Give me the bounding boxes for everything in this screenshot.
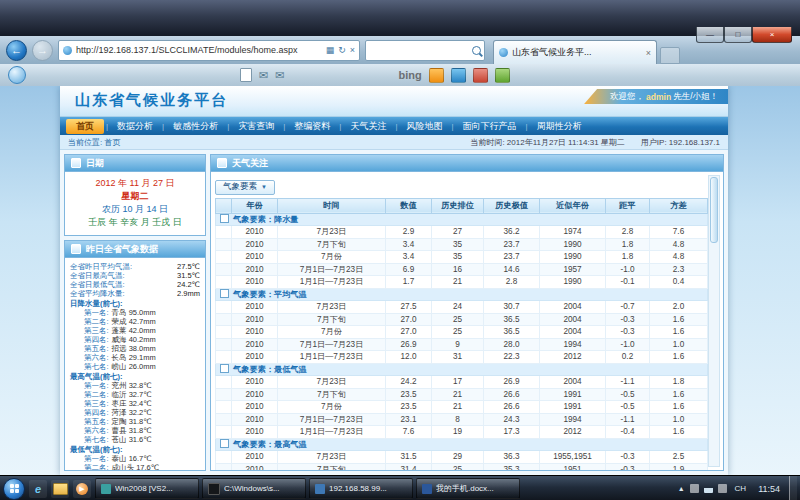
table-cell — [216, 301, 232, 314]
column-header[interactable]: 数值 — [386, 198, 432, 213]
taskbar-button-2[interactable]: 192.168.58.99... — [309, 478, 413, 499]
table-row[interactable]: 20107月23日27.52430.72004-0.72.0 — [216, 301, 708, 314]
explorer-icon[interactable] — [51, 480, 69, 498]
stop-icon[interactable]: × — [350, 45, 355, 55]
table-row[interactable]: 20101月1日—7月23日7.61917.32012-0.41.6 — [216, 426, 708, 439]
minimize-button[interactable]: — — [696, 27, 724, 43]
url-text[interactable]: http://192.168.137.1/SLCCLIMATE/modules/… — [76, 45, 322, 55]
table-row[interactable]: 20107月1日—7月23日6.91614.61957-1.02.3 — [216, 263, 708, 276]
menu-item-5[interactable]: 天气关注 — [341, 120, 395, 133]
toolbar-app-icon-4[interactable] — [495, 68, 510, 83]
table-cell: 7月份 — [278, 401, 386, 414]
system-tray: ▲ CH 11:54 — [678, 476, 797, 500]
table-cell: 36.5 — [484, 313, 540, 326]
show-desktop-button[interactable] — [789, 476, 797, 500]
table-section-row[interactable]: 气象要素：最高气温 — [216, 438, 708, 451]
menu-item-4[interactable]: 整编资料 — [285, 120, 339, 133]
table-cell: 1957 — [540, 263, 606, 276]
mail-icon-2[interactable]: ✉ — [275, 69, 284, 82]
table-row[interactable]: 20107月份3.43523.719901.84.8 — [216, 251, 708, 264]
toolbar-app-icon-3[interactable] — [473, 68, 488, 83]
menu-item-3[interactable]: 灾害查询 — [229, 120, 283, 133]
table-row[interactable]: 20107月23日24.21726.92004-1.11.8 — [216, 376, 708, 389]
taskbar-clock[interactable]: 11:54 — [754, 484, 784, 494]
maximize-button[interactable]: □ — [724, 27, 752, 43]
menu-item-2[interactable]: 敏感性分析 — [164, 120, 227, 133]
table-row[interactable]: 20107月23日2.92736.219742.87.6 — [216, 226, 708, 239]
table-cell: 0.4 — [650, 276, 708, 289]
quick-access-bubble[interactable] — [8, 66, 26, 84]
new-tab-button[interactable] — [660, 47, 680, 64]
column-header[interactable]: 时间 — [278, 198, 386, 213]
browser-tab[interactable]: 山东省气候业务平... × — [493, 40, 657, 64]
close-button[interactable]: × — [752, 27, 792, 43]
forward-button[interactable]: → — [32, 40, 53, 61]
column-header[interactable]: 距平 — [606, 198, 650, 213]
search-box[interactable] — [365, 40, 485, 61]
table-row[interactable]: 20107月下旬3.43523.719901.84.8 — [216, 238, 708, 251]
table-cell: 22.3 — [484, 351, 540, 364]
table-row[interactable]: 20107月下旬23.52126.61991-0.51.6 — [216, 388, 708, 401]
table-row[interactable]: 20107月1日—7月23日23.1824.31994-1.11.0 — [216, 413, 708, 426]
ie-icon[interactable]: e — [29, 480, 47, 498]
column-header[interactable]: 年份 — [232, 198, 278, 213]
table-section-row[interactable]: 气象要素：最低气温 — [216, 363, 708, 376]
start-button[interactable] — [3, 478, 25, 500]
table-cell: 7月23日 — [278, 226, 386, 239]
mail-icon[interactable]: ✉ — [259, 69, 268, 82]
menu-item-0[interactable]: 首页 — [66, 119, 104, 134]
search-icon[interactable] — [472, 46, 481, 55]
network-icon[interactable] — [704, 484, 713, 493]
tab-close-icon[interactable]: × — [646, 48, 651, 58]
table-section-row[interactable]: 气象要素：降水量 — [216, 213, 708, 226]
menu-item-6[interactable]: 风险地图 — [397, 120, 451, 133]
element-filter-button[interactable]: 气象要素 ▼ — [215, 180, 275, 195]
column-header[interactable]: 近似年份 — [540, 198, 606, 213]
volume-icon[interactable] — [718, 484, 727, 493]
toolbar-app-icon-1[interactable] — [429, 68, 444, 83]
table-row[interactable]: 20107月下旬27.02536.52004-0.31.6 — [216, 313, 708, 326]
document-icon[interactable] — [240, 68, 252, 82]
section-cell: 气象要素：最低气温 — [216, 363, 708, 376]
scrollbar-thumb[interactable] — [710, 177, 718, 243]
table-row[interactable]: 20107月下旬31.42535.31951-0.31.9 — [216, 463, 708, 470]
table-row[interactable]: 20101月1日—7月23日1.7212.81990-0.10.4 — [216, 276, 708, 289]
taskbar-button-1[interactable]: C:\Windows\s... — [202, 478, 306, 499]
table-row[interactable]: 20107月1日—7月23日26.9928.01994-1.01.0 — [216, 338, 708, 351]
table-section-row[interactable]: 气象要素：平均气温 — [216, 288, 708, 301]
table-row[interactable]: 20107月份23.52126.61991-0.51.6 — [216, 401, 708, 414]
column-header[interactable]: 历史排位 — [432, 198, 484, 213]
back-button[interactable]: ← — [6, 40, 27, 61]
address-bar[interactable]: http://192.168.137.1/SLCCLIMATE/modules/… — [58, 40, 360, 61]
search-input[interactable] — [369, 44, 469, 56]
station-value: 青岛 95.0mm — [112, 308, 156, 317]
menu-item-8[interactable]: 周期性分析 — [528, 120, 591, 133]
menu-item-1[interactable]: 数据分析 — [108, 120, 162, 133]
table-cell — [216, 338, 232, 351]
media-player-icon[interactable]: ▶ — [73, 480, 91, 498]
bing-logo[interactable]: bing — [398, 69, 421, 81]
table-cell: 35 — [432, 251, 484, 264]
column-header[interactable]: 历史极值 — [484, 198, 540, 213]
stat-label: 全省昨日平均气温: — [70, 262, 132, 271]
table-scrollbar[interactable] — [708, 175, 720, 467]
language-indicator[interactable]: CH — [732, 483, 750, 494]
tray-expand-icon[interactable]: ▲ — [678, 485, 685, 492]
rank-label: 第四名: — [84, 408, 109, 417]
taskbar-button-3[interactable]: 我的手机.docx... — [416, 478, 520, 499]
column-header[interactable]: 方差 — [650, 198, 708, 213]
table-row[interactable]: 20101月1日—7月23日12.03122.320120.21.6 — [216, 351, 708, 364]
refresh-icon[interactable]: ↻ — [338, 45, 346, 55]
taskbar-button-0[interactable]: Win2008 [VS2... — [95, 478, 199, 499]
table-row[interactable]: 20107月份27.02536.52004-0.31.6 — [216, 326, 708, 339]
table-cell — [216, 251, 232, 264]
table-cell: 23.7 — [484, 238, 540, 251]
action-center-icon[interactable] — [690, 484, 699, 493]
table-cell: 23.5 — [386, 401, 432, 414]
rank-label: 第一名: — [84, 454, 109, 463]
menu-item-7[interactable]: 面向下行产品 — [454, 120, 526, 133]
table-cell: 1.8 — [650, 376, 708, 389]
table-row[interactable]: 20107月23日31.52936.31955,1951-0.32.5 — [216, 451, 708, 464]
compatibility-icon[interactable]: ▦ — [326, 45, 335, 55]
toolbar-app-icon-2[interactable] — [451, 68, 466, 83]
